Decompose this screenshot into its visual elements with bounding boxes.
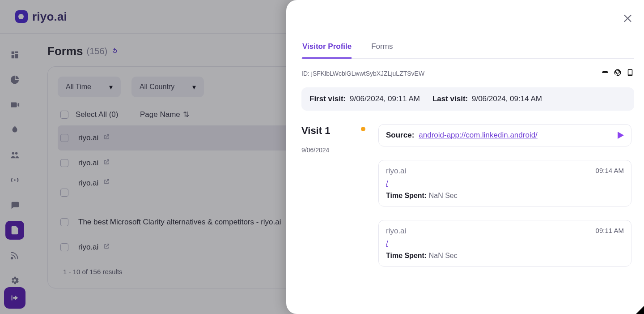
visitor-id-row: ID: jSFKlbLWcblGLwwtSybXJZLjuLZTSvEW xyxy=(301,69,634,78)
row-page-name: riyo.ai xyxy=(78,179,98,188)
row-checkbox[interactable] xyxy=(60,189,68,197)
timeline-header: Visit 1 9/06/2024 xyxy=(301,124,348,154)
timeline-visit-date: 9/06/2024 xyxy=(301,146,348,154)
session-time: 09:11 AM xyxy=(596,227,624,236)
session-spent-value: NaN Sec xyxy=(429,252,458,259)
nav-feed[interactable] xyxy=(5,246,24,265)
row-checkbox[interactable] xyxy=(60,218,68,226)
nav-audience[interactable] xyxy=(5,146,24,164)
session-host: riyo.ai xyxy=(386,167,406,176)
select-all[interactable]: Select All (0) xyxy=(60,110,140,119)
tab-forms[interactable]: Forms xyxy=(371,42,393,58)
visitor-id-label: ID: xyxy=(301,70,309,77)
tab-visitor-profile[interactable]: Visitor Profile xyxy=(302,42,352,59)
row-checkbox[interactable] xyxy=(60,243,68,251)
session-card: riyo.ai 09:14 AM / Time Spent: NaN Sec xyxy=(378,160,631,206)
drawer-close-button[interactable] xyxy=(623,13,634,26)
row-checkbox[interactable] xyxy=(60,159,68,167)
country-filter-label: All Country xyxy=(140,83,174,91)
visit-summary: First visit: 9/06/2024, 09:11 AM Last vi… xyxy=(301,87,634,111)
time-filter-label: All Time xyxy=(66,83,91,91)
resize-notch-icon xyxy=(636,306,644,314)
column-page-name-label: Page Name xyxy=(140,110,180,119)
brand-logo-icon xyxy=(15,10,28,23)
row-page-name: The best Microsoft Clarity alternatives … xyxy=(78,218,281,227)
play-icon[interactable] xyxy=(618,132,624,139)
sort-icon: ⇅ xyxy=(183,110,189,119)
brand-name: riyo.ai xyxy=(32,10,67,24)
session-card: riyo.ai 09:11 AM / Time Spent: NaN Sec xyxy=(378,220,631,267)
chevron-down-icon: ▾ xyxy=(109,83,113,91)
visit-source-url[interactable]: android-app://com.linkedin.android/ xyxy=(419,131,538,140)
first-visit-value: 9/06/2024, 09:11 AM xyxy=(350,95,420,103)
nav-live[interactable] xyxy=(5,171,24,189)
time-filter[interactable]: All Time ▾ xyxy=(58,77,121,97)
nav-recordings[interactable] xyxy=(5,95,24,114)
checkbox-icon[interactable] xyxy=(60,111,68,119)
row-page-name: riyo.ai xyxy=(78,159,98,168)
timeline-visit-title: Visit 1 xyxy=(301,125,348,137)
nav-heatmaps[interactable] xyxy=(5,120,24,139)
last-visit-label: Last visit: xyxy=(432,95,468,103)
select-all-label: Select All (0) xyxy=(76,110,118,119)
session-spent-label: Time Spent: xyxy=(386,192,427,199)
session-time: 09:14 AM xyxy=(596,167,624,176)
visit-source-label: Source: xyxy=(386,131,414,140)
nav-dashboard[interactable] xyxy=(5,45,24,64)
android-icon xyxy=(601,69,609,78)
column-page-name[interactable]: Page Name ⇅ xyxy=(140,110,189,119)
external-link-icon[interactable] xyxy=(103,243,110,252)
chrome-icon xyxy=(614,69,622,78)
nav-analytics[interactable] xyxy=(5,70,24,89)
row-page-name: riyo.ai xyxy=(78,243,98,252)
external-link-icon[interactable] xyxy=(103,159,110,168)
row-page-name: riyo.ai xyxy=(78,133,98,142)
first-visit-label: First visit: xyxy=(309,95,346,103)
nav-forms[interactable] xyxy=(5,221,24,240)
refresh-icon[interactable] xyxy=(111,44,119,58)
country-filter[interactable]: All Country ▾ xyxy=(131,77,204,97)
page-title-text: Forms xyxy=(47,44,83,58)
brand: riyo.ai xyxy=(15,10,67,24)
nav-chat[interactable] xyxy=(5,196,24,215)
mobile-icon xyxy=(626,69,634,78)
session-path[interactable]: / xyxy=(386,239,624,248)
sidebar-collapse-button[interactable] xyxy=(4,287,25,309)
timeline-axis xyxy=(358,124,369,134)
session-spent-label: Time Spent: xyxy=(386,252,427,259)
external-link-icon[interactable] xyxy=(103,178,110,188)
session-path[interactable]: / xyxy=(386,179,624,188)
visitor-id-value: jSFKlbLWcblGLwwtSybXJZLjuLZTSvEW xyxy=(311,70,424,77)
visit-timeline: Visit 1 9/06/2024 Source: android-app://… xyxy=(301,124,634,314)
page-title-count: (156) xyxy=(86,46,107,56)
sidebar xyxy=(0,34,30,314)
session-spent-value: NaN Sec xyxy=(429,192,458,199)
visitor-profile-drawer: Visitor Profile Forms ID: jSFKlbLWcblGLw… xyxy=(286,0,644,314)
drawer-tabs: Visitor Profile Forms xyxy=(301,42,634,59)
visit-source-card: Source: android-app://com.linkedin.andro… xyxy=(378,124,631,146)
last-visit-value: 9/06/2024, 09:14 AM xyxy=(472,95,542,103)
timeline-dot-icon xyxy=(361,127,365,131)
session-host: riyo.ai xyxy=(386,227,406,236)
row-checkbox[interactable] xyxy=(60,134,68,142)
timeline-entries[interactable]: Source: android-app://com.linkedin.andro… xyxy=(378,124,634,272)
external-link-icon[interactable] xyxy=(103,133,110,143)
chevron-down-icon: ▾ xyxy=(192,83,196,91)
